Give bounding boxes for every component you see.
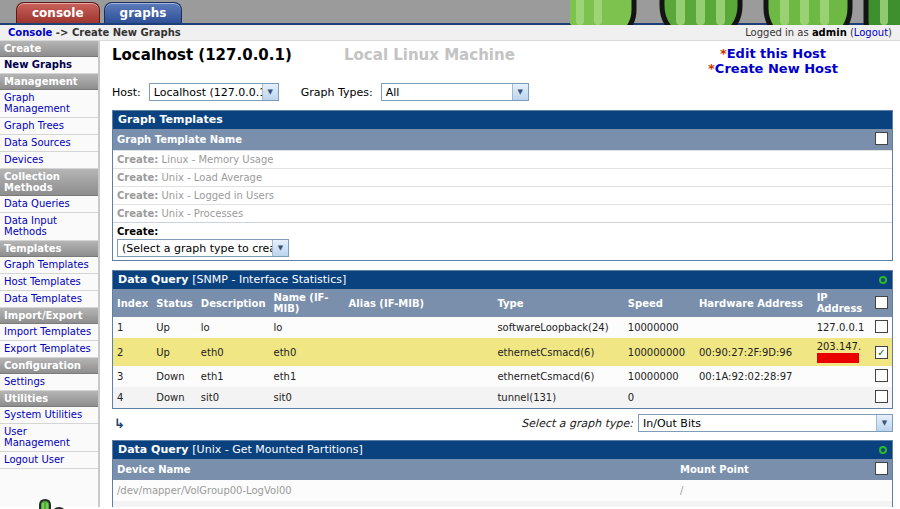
graph-type-select-value: In/Out Bits [639, 415, 876, 431]
redacted-ip [817, 353, 859, 363]
sidebar-item-export-templates[interactable]: Export Templates [0, 341, 98, 358]
snmp-query-footer: ↳ Select a graph type: In/Out Bits ▼ [112, 414, 893, 432]
partition-row[interactable]: /dev/sda1 /boot [113, 501, 892, 507]
select-all-checkbox[interactable] [875, 296, 888, 309]
logout-link[interactable]: Logout [854, 27, 888, 38]
snmp-data-query-table: Data Query [SNMP - Interface Statistics]… [112, 270, 893, 409]
breadcrumb-current: Create New Graphs [72, 27, 181, 38]
tab-console[interactable]: console [16, 2, 100, 23]
snmp-row[interactable]: 3Down eth1eth1 ethernetCsmacd(6) 1000000… [113, 366, 892, 387]
graph-templates-column-header: Graph Template Name [113, 129, 892, 151]
sidebar-item-logout-user[interactable]: Logout User [0, 452, 98, 469]
asterisk-icon: * [720, 46, 727, 61]
sidebar-header-configuration: Configuration [0, 358, 98, 374]
cacti-banner-graphic [570, 0, 900, 25]
sidebar-header-templates: Templates [0, 241, 98, 257]
snmp-row[interactable]: 4Down sit0sit0 tunnel(131) 0 [113, 387, 892, 408]
unix-query-subtitle: [Unix - Get Mounted Partitions] [192, 443, 363, 456]
graph-template-row[interactable]: Create: Unix - Load Average [113, 169, 892, 187]
chevron-down-icon: ▼ [512, 84, 528, 100]
graph-templates-title-text: Graph Templates [118, 113, 223, 126]
graph-template-row[interactable]: Create: Linux - Memory Usage [113, 151, 892, 169]
create-template-row: Create: (Select a graph type to create) … [113, 223, 892, 261]
session-info: Logged in as admin (Logout) [745, 27, 892, 38]
snmp-row[interactable]: 2Up eth0eth0 ethernetCsmacd(6) 100000000… [113, 338, 892, 366]
snmp-query-subtitle: [SNMP - Interface Statistics] [192, 273, 346, 286]
breadcrumb-console-link[interactable]: Console [8, 27, 52, 38]
row-checkbox[interactable] [875, 369, 888, 382]
col-graph-template-name: Graph Template Name [113, 129, 870, 151]
snmp-column-header: Index Status Description Name (IF-MIB) A… [113, 289, 892, 317]
unix-query-title-text: Data Query [118, 443, 188, 456]
sidebar-item-settings[interactable]: Settings [0, 374, 98, 391]
host-description: Local Linux Machine [344, 46, 653, 64]
tab-graphs[interactable]: graphs [104, 2, 183, 23]
host-select-label: Host: [112, 86, 141, 99]
corner-arrow-icon: ↳ [114, 416, 125, 431]
host-select-value: Localhost (127.0.0.1) [150, 84, 262, 100]
row-checkbox[interactable]: ✓ [875, 346, 888, 359]
unix-data-query-table: Data Query [Unix - Get Mounted Partition… [112, 440, 893, 507]
graph-templates-table: Graph Templates Graph Template Name Crea… [112, 110, 893, 261]
sidebar-item-import-templates[interactable]: Import Templates [0, 324, 98, 341]
graph-templates-title: Graph Templates [113, 111, 892, 129]
sidebar-item-host-templates[interactable]: Host Templates [0, 274, 98, 291]
unix-column-header: Device Name Mount Point [113, 459, 892, 480]
graph-template-row[interactable]: Create: Unix - Logged in Users [113, 187, 892, 205]
graph-type-create-select[interactable]: (Select a graph type to create) ▼ [117, 239, 289, 257]
asterisk-icon: * [708, 61, 715, 76]
chevron-down-icon: ▼ [272, 240, 288, 256]
sidebar-item-graph-management[interactable]: Graph Management [0, 90, 98, 118]
unix-query-title: Data Query [Unix - Get Mounted Partition… [113, 441, 892, 459]
sidebar-item-graph-trees[interactable]: Graph Trees [0, 118, 98, 135]
cactus-logo [18, 497, 70, 509]
graph-template-row[interactable]: Create: Unix - Processes [113, 205, 892, 223]
chevron-down-icon: ▼ [876, 415, 892, 431]
sidebar-item-data-queries[interactable]: Data Queries [0, 196, 98, 213]
sidebar-item-data-templates[interactable]: Data Templates [0, 291, 98, 308]
select-all-checkbox[interactable] [875, 462, 888, 475]
sidebar-header-management: Management [0, 74, 98, 90]
breadcrumb: Console -> Create New Graphs [8, 27, 745, 38]
host-actions: *Edit this Host *Create New Host [653, 46, 893, 76]
sidebar-header-import-export: Import/Export [0, 308, 98, 324]
partition-row[interactable]: /dev/mapper/VolGroup00-LogVol00 / [113, 480, 892, 501]
sidebar-item-new-graphs[interactable]: New Graphs [0, 57, 98, 74]
session-prefix: Logged in as [745, 27, 812, 38]
sidebar-item-system-utilities[interactable]: System Utilities [0, 407, 98, 424]
graph-types-select[interactable]: All ▼ [381, 83, 529, 101]
sidebar-item-graph-templates[interactable]: Graph Templates [0, 257, 98, 274]
sidebar: Create New Graphs Management Graph Manag… [0, 41, 100, 507]
snmp-row[interactable]: 1Up lolo softwareLoopback(24) 10000000 1… [113, 317, 892, 338]
sidebar-item-devices[interactable]: Devices [0, 152, 98, 169]
main-content: Localhost (127.0.0.1) Local Linux Machin… [100, 41, 900, 507]
select-all-checkbox[interactable] [875, 132, 888, 145]
graph-types-select-value: All [382, 84, 512, 100]
sidebar-item-data-sources[interactable]: Data Sources [0, 135, 98, 152]
graph-type-label: Select a graph type: [521, 417, 633, 430]
session-user: admin [812, 27, 847, 38]
main-tabs: console graphs [16, 2, 182, 23]
sidebar-item-user-management[interactable]: User Management [0, 424, 98, 452]
session-paren2: ) [888, 27, 892, 38]
breadcrumb-bar: Console -> Create New Graphs Logged in a… [0, 25, 900, 41]
row-checkbox[interactable] [875, 320, 888, 333]
reload-query-icon[interactable] [879, 276, 887, 284]
edit-host-link[interactable]: Edit this Host [727, 46, 826, 61]
graph-type-create-value: (Select a graph type to create) [118, 240, 272, 256]
breadcrumb-arrow: -> [56, 27, 69, 38]
sidebar-header-create: Create [0, 41, 98, 57]
graph-types-label: Graph Types: [301, 86, 373, 99]
sidebar-header-utilities: Utilities [0, 391, 98, 407]
host-select[interactable]: Localhost (127.0.0.1) ▼ [149, 83, 279, 101]
create-host-link[interactable]: Create New Host [715, 61, 838, 76]
sidebar-header-collection-methods: Collection Methods [0, 169, 98, 196]
reload-query-icon[interactable] [879, 446, 887, 454]
sidebar-item-data-input-methods[interactable]: Data Input Methods [0, 213, 98, 241]
row-checkbox[interactable] [875, 390, 888, 403]
chevron-down-icon: ▼ [262, 84, 278, 100]
top-banner: console graphs [0, 0, 900, 25]
graph-type-select[interactable]: In/Out Bits ▼ [638, 414, 893, 432]
snmp-query-title: Data Query [SNMP - Interface Statistics] [113, 271, 892, 289]
session-paren: ( [847, 27, 854, 38]
